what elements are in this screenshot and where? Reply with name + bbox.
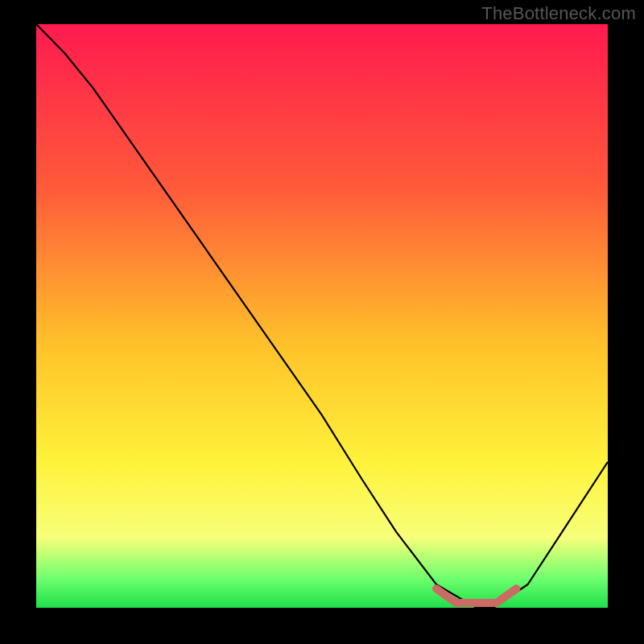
gradient-background [36,24,608,608]
plot-area [36,24,608,608]
watermark-label: TheBottleneck.com [481,3,636,24]
chart-svg [36,24,608,608]
chart-frame: TheBottleneck.com [0,0,644,644]
